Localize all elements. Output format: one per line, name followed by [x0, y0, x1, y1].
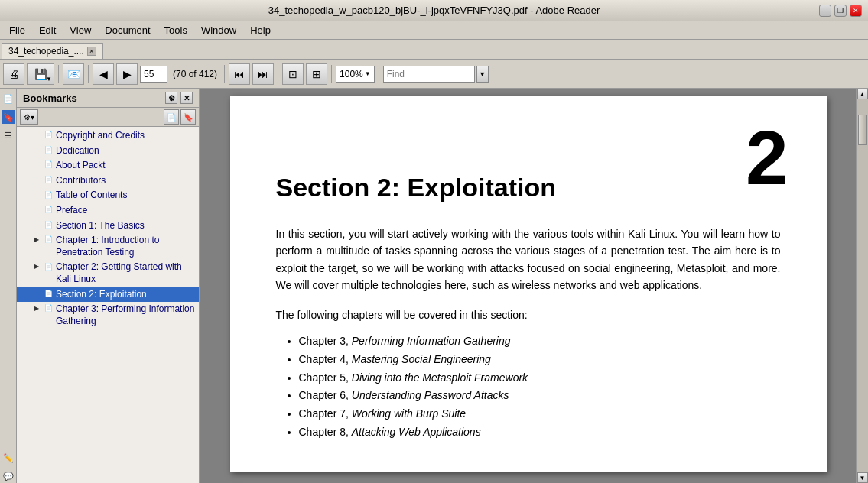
bookmark-chapter1[interactable]: ▶ 📄 Chapter 1: Introduction to Penetrati… [17, 233, 199, 260]
email-button[interactable]: 📧 [63, 63, 84, 85]
zoom-dropdown-icon[interactable]: ▼ [365, 70, 371, 77]
scroll-down-button[interactable]: ▼ [857, 472, 868, 483]
bookmarks-tool-remove[interactable]: 🔖 [180, 109, 196, 125]
expand-icon [32, 221, 41, 230]
navigation-icon[interactable]: ☰ [2, 128, 15, 142]
expand-icon [32, 131, 41, 140]
expand-arrow-chapter2[interactable]: ▶ [32, 262, 41, 271]
bookmarks-options-button[interactable]: ⚙ [165, 92, 177, 104]
list-item: Chapter 8, Attacking Web Applications [299, 423, 781, 442]
bookmark-label: Dedication [56, 145, 196, 157]
bookmark-page-icon: 📄 [43, 205, 54, 216]
bookmark-page-icon: 📄 [43, 261, 54, 272]
minimize-button[interactable]: — [819, 5, 831, 17]
left-panel-icons: 📄 🔖 ☰ ✏️ 💬 [0, 89, 17, 483]
separator-6 [379, 65, 379, 83]
prev-page-button[interactable]: ◀ [93, 63, 114, 85]
bookmark-label: Section 1: The Basics [56, 220, 196, 232]
bookmark-section1[interactable]: 📄 Section 1: The Basics [17, 219, 199, 234]
section-intro-label: The following chapters will be covered i… [276, 306, 781, 323]
list-item: Chapter 5, Diving into the Metasploit Fr… [299, 369, 781, 387]
find-dropdown-button[interactable]: ▼ [476, 66, 489, 83]
bookmark-label: Section 2: Exploitation [56, 289, 196, 301]
menu-help[interactable]: Help [244, 23, 277, 37]
page-number-input[interactable] [140, 66, 167, 83]
expand-arrow-chapter1[interactable]: ▶ [32, 235, 41, 245]
close-button[interactable]: ✕ [850, 5, 862, 17]
bookmark-toc[interactable]: 📄 Table of Contents [17, 188, 199, 203]
separator-1 [58, 65, 59, 83]
bookmark-page-icon: 📄 [43, 303, 54, 314]
list-item: Chapter 3, Performing Information Gather… [299, 332, 781, 351]
bookmark-label: Chapter 2: Getting Started with Kali Lin… [56, 261, 196, 285]
bookmark-page-icon: 📄 [43, 130, 54, 141]
window-title: 34_techopedia_w_pacb120_bjBU-_i-jpqxTeVF… [268, 5, 600, 16]
main-area: 📄 🔖 ☰ ✏️ 💬 Bookmarks ⚙ ✕ ⚙▾ 📄 🔖 📄 Copyri… [0, 89, 868, 483]
bookmarks-tool-settings[interactable]: ⚙▾ [20, 109, 38, 125]
bookmark-label: Chapter 3: Performing Information Gather… [56, 303, 196, 327]
bookmark-label: Copyright and Credits [56, 130, 196, 142]
separator-5 [331, 65, 332, 83]
vertical-scrollbar[interactable]: ▲ ▼ [856, 89, 868, 483]
menu-edit[interactable]: Edit [33, 23, 62, 37]
bookmarks-tool-add[interactable]: 📄 [164, 109, 179, 125]
scroll-up-button[interactable]: ▲ [857, 89, 868, 99]
scroll-track[interactable] [857, 99, 868, 472]
comments-icon[interactable]: 💬 [2, 469, 15, 483]
list-item: Chapter 7, Working with Burp Suite [299, 405, 781, 423]
bookmarks-icon[interactable]: 🔖 [2, 110, 15, 124]
pdf-page: 2 Section 2: Exploitation In this sectio… [230, 96, 827, 472]
last-page-button[interactable]: ⏭ [252, 63, 274, 85]
list-item: Chapter 4, Mastering Social Engineering [299, 351, 781, 369]
zoom-control[interactable]: 100% ▼ [336, 66, 375, 83]
page-count-label: (70 of 412) [170, 69, 220, 79]
page-icon[interactable]: 📄 [2, 92, 15, 105]
bookmark-page-icon: 📄 [43, 145, 54, 156]
pdf-viewer-area: 2 Section 2: Exploitation In this sectio… [200, 89, 856, 483]
menu-tools[interactable]: Tools [158, 23, 193, 37]
menu-window[interactable]: Window [195, 23, 242, 37]
next-page-button[interactable]: ▶ [116, 63, 138, 85]
title-bar: 34_techopedia_w_pacb120_bjBU-_i-jpqxTeVF… [0, 0, 868, 21]
bookmarks-close-button[interactable]: ✕ [180, 92, 193, 104]
bookmark-page-icon: 📄 [43, 190, 54, 200]
save-button[interactable]: 💾▼ [27, 63, 54, 85]
fit-width-button[interactable]: ⊞ [306, 63, 327, 85]
bookmark-chapter3[interactable]: ▶ 📄 Chapter 3: Performing Information Ga… [17, 302, 199, 329]
expand-arrow-chapter3[interactable]: ▶ [32, 304, 41, 313]
bookmark-page-icon: 📄 [43, 235, 54, 245]
bookmarks-title: Bookmarks [23, 92, 77, 104]
find-input[interactable] [383, 66, 475, 83]
bookmark-page-icon: 📄 [43, 289, 54, 300]
document-tab[interactable]: 34_techopedia_.... × [2, 43, 103, 59]
tab-close-button[interactable]: × [87, 47, 96, 56]
bookmark-label: Table of Contents [56, 190, 196, 202]
first-page-button[interactable]: ⏮ [229, 63, 250, 85]
menu-view[interactable]: View [63, 23, 97, 37]
bookmark-about-packt[interactable]: 📄 About Packt [17, 158, 199, 173]
fit-page-button[interactable]: ⊡ [282, 63, 304, 85]
bookmarks-toolbar: ⚙▾ 📄 🔖 [17, 108, 199, 127]
bookmark-section2[interactable]: 📄 Section 2: Exploitation [17, 287, 199, 303]
toolbar: 🖨 💾▼ 📧 ◀ ▶ (70 of 412) ⏮ ⏭ ⊡ ⊞ 100% ▼ ▼ [0, 60, 868, 89]
zoom-level: 100% [340, 69, 363, 79]
print-button[interactable]: 🖨 [3, 63, 24, 85]
menu-file[interactable]: File [3, 23, 31, 37]
bookmark-page-icon: 📄 [43, 220, 54, 231]
expand-icon [32, 206, 41, 215]
scroll-thumb[interactable] [858, 115, 867, 145]
expand-icon [32, 160, 41, 170]
bookmarks-header-controls: ⚙ ✕ [165, 92, 193, 104]
bookmarks-list: 📄 Copyright and Credits 📄 Dedication 📄 A… [17, 127, 199, 483]
list-item: Chapter 6, Understanding Password Attack… [299, 387, 781, 405]
section-heading: Section 2: Exploitation [276, 173, 781, 203]
expand-icon [32, 176, 41, 185]
bookmark-copyright[interactable]: 📄 Copyright and Credits [17, 128, 199, 144]
chapter-list: Chapter 3, Performing Information Gather… [276, 332, 781, 442]
bookmark-chapter2[interactable]: ▶ 📄 Chapter 2: Getting Started with Kali… [17, 260, 199, 287]
menu-document[interactable]: Document [99, 23, 156, 37]
bookmark-dedication[interactable]: 📄 Dedication [17, 144, 199, 159]
bookmark-preface[interactable]: 📄 Preface [17, 203, 199, 219]
bookmark-contributors[interactable]: 📄 Contributors [17, 173, 199, 189]
restore-button[interactable]: ❐ [834, 5, 847, 17]
